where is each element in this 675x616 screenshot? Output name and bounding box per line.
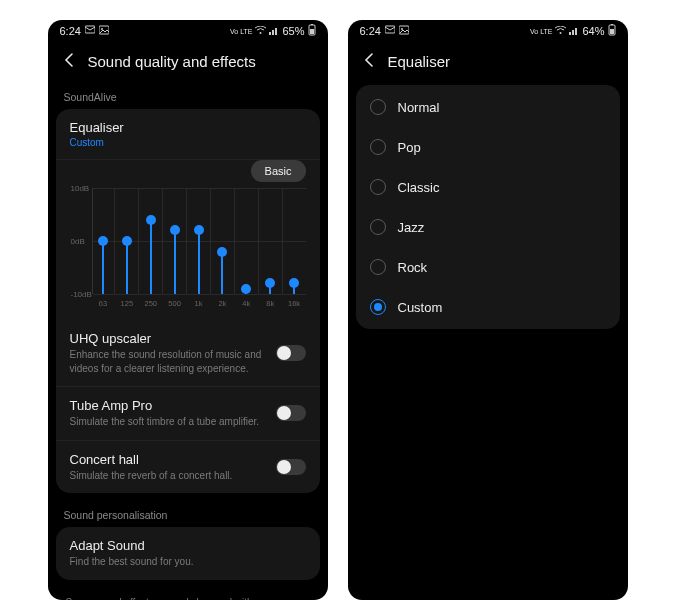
uhq-row[interactable]: UHQ upscaler Enhance the sound resolutio… <box>56 320 320 387</box>
eq-band[interactable]: 16k <box>283 188 306 294</box>
eq-x-tick: 2k <box>218 299 226 308</box>
concert-row[interactable]: Concert hall Simulate the reverb of a co… <box>56 441 320 494</box>
status-time: 6:24 <box>360 25 381 37</box>
svg-rect-15 <box>572 30 574 35</box>
status-bar: 6:24 Vo LTE 64% <box>348 20 628 42</box>
svg-rect-18 <box>610 29 614 34</box>
eq-x-tick: 1k <box>195 299 203 308</box>
message-icon <box>385 25 395 37</box>
eq-y-tick: 0dB <box>71 237 85 246</box>
content-scroll[interactable]: NormalPopClassicJazzRockCustom <box>348 85 628 600</box>
svg-rect-16 <box>575 28 577 35</box>
radio-icon[interactable] <box>370 139 386 155</box>
equaliser-option[interactable]: Custom <box>356 287 620 327</box>
battery-icon <box>308 24 316 38</box>
screen-equaliser: 6:24 Vo LTE 64% Equaliser <box>348 20 628 600</box>
equaliser-title: Equaliser <box>70 120 306 135</box>
svg-rect-6 <box>275 28 277 35</box>
eq-x-tick: 4k <box>242 299 250 308</box>
basic-button[interactable]: Basic <box>251 160 306 182</box>
adapt-sound-row[interactable]: Adapt Sound Find the best sound for you. <box>56 527 320 580</box>
eq-x-tick: 125 <box>121 299 134 308</box>
message-icon <box>85 25 95 37</box>
equaliser-option[interactable]: Pop <box>356 127 620 167</box>
volte-icon: Vo LTE <box>230 28 252 35</box>
equaliser-option[interactable]: Normal <box>356 87 620 127</box>
page-title: Sound quality and effects <box>88 53 256 70</box>
soundalive-card: Equaliser Custom Basic -10dB0dB10dB 6312… <box>56 109 320 493</box>
screen-sound-quality: 6:24 Vo LTE 65% Sound quality <box>48 20 328 600</box>
tube-title: Tube Amp Pro <box>70 398 266 413</box>
radio-icon[interactable] <box>370 179 386 195</box>
equaliser-mode: Custom <box>70 137 306 148</box>
equaliser-options-card: NormalPopClassicJazzRockCustom <box>356 85 620 329</box>
page-title: Equaliser <box>388 53 451 70</box>
radio-label: Rock <box>398 260 428 275</box>
equaliser-option[interactable]: Classic <box>356 167 620 207</box>
battery-icon <box>608 24 616 38</box>
header: Sound quality and effects <box>48 42 328 85</box>
equaliser-chart-container: Basic -10dB0dB10dB 631252505001k2k4k8k16… <box>56 160 320 320</box>
radio-label: Pop <box>398 140 421 155</box>
svg-rect-5 <box>272 30 274 35</box>
eq-band[interactable]: 500 <box>163 188 187 294</box>
adapt-desc: Find the best sound for you. <box>70 555 306 569</box>
radio-icon[interactable] <box>370 299 386 315</box>
radio-icon[interactable] <box>370 259 386 275</box>
eq-x-tick: 8k <box>266 299 274 308</box>
content-scroll[interactable]: SoundAlive Equaliser Custom Basic -10dB0… <box>48 85 328 600</box>
status-bar: 6:24 Vo LTE 65% <box>48 20 328 42</box>
svg-point-3 <box>260 32 262 34</box>
eq-band[interactable]: 8k <box>259 188 283 294</box>
eq-band[interactable]: 250 <box>139 188 163 294</box>
status-battery: 65% <box>282 25 304 37</box>
concert-toggle[interactable] <box>276 459 306 475</box>
signal-icon <box>269 25 279 37</box>
section-label-soundalive: SoundAlive <box>48 85 328 109</box>
eq-x-tick: 16k <box>288 299 300 308</box>
tube-desc: Simulate the soft timbre of a tube ampli… <box>70 415 266 429</box>
eq-x-tick: 250 <box>144 299 157 308</box>
signal-icon <box>569 25 579 37</box>
svg-rect-14 <box>569 32 571 35</box>
svg-rect-19 <box>611 24 613 25</box>
radio-label: Normal <box>398 100 440 115</box>
radio-icon[interactable] <box>370 219 386 235</box>
section-label-personalisation: Sound personalisation <box>48 503 328 527</box>
equaliser-row[interactable]: Equaliser Custom <box>56 109 320 160</box>
status-battery: 64% <box>582 25 604 37</box>
radio-icon[interactable] <box>370 99 386 115</box>
equaliser-option[interactable]: Rock <box>356 247 620 287</box>
eq-band[interactable]: 4k <box>235 188 259 294</box>
eq-x-tick: 63 <box>99 299 107 308</box>
svg-rect-8 <box>310 29 314 34</box>
status-time: 6:24 <box>60 25 81 37</box>
uhq-desc: Enhance the sound resolution of music an… <box>70 348 266 375</box>
eq-band[interactable]: 63 <box>92 188 116 294</box>
personalisation-card: Adapt Sound Find the best sound for you. <box>56 527 320 580</box>
image-icon <box>99 25 109 37</box>
tube-row[interactable]: Tube Amp Pro Simulate the soft timbre of… <box>56 387 320 441</box>
uhq-title: UHQ upscaler <box>70 331 266 346</box>
svg-rect-4 <box>269 32 271 35</box>
back-icon[interactable] <box>362 52 378 71</box>
header: Equaliser <box>348 42 628 85</box>
eq-band[interactable]: 125 <box>115 188 139 294</box>
eq-band[interactable]: 1k <box>187 188 211 294</box>
tube-toggle[interactable] <box>276 405 306 421</box>
wifi-icon <box>255 25 266 37</box>
adapt-title: Adapt Sound <box>70 538 306 553</box>
equaliser-chart[interactable]: -10dB0dB10dB 631252505001k2k4k8k16k <box>92 188 306 308</box>
concert-desc: Simulate the reverb of a concert hall. <box>70 469 266 483</box>
svg-rect-9 <box>311 24 313 25</box>
back-icon[interactable] <box>62 52 78 71</box>
eq-band[interactable]: 2k <box>211 188 235 294</box>
uhq-toggle[interactable] <box>276 345 306 361</box>
concert-title: Concert hall <box>70 452 266 467</box>
volte-icon: Vo LTE <box>530 28 552 35</box>
radio-label: Custom <box>398 300 443 315</box>
wifi-icon <box>555 25 566 37</box>
sound-effects-footnote: Some sound effects can only be used with… <box>48 590 328 601</box>
equaliser-option[interactable]: Jazz <box>356 207 620 247</box>
radio-label: Jazz <box>398 220 425 235</box>
